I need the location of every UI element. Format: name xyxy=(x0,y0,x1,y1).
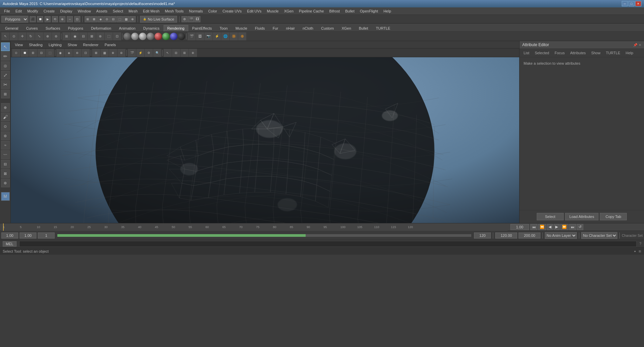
tool-sculpt[interactable]: ◎ xyxy=(1,61,10,70)
tool-lasso[interactable]: ⊙ xyxy=(10,32,18,40)
vp-tool-2[interactable]: 🔲 xyxy=(21,49,29,57)
shelf-tab-ncloth[interactable]: nCloth xyxy=(299,25,317,31)
shelf-tab-deformation[interactable]: Deformation xyxy=(87,25,115,31)
attr-tab-selected[interactable]: Selected xyxy=(533,50,551,56)
snap-icon-1[interactable]: ⊞ xyxy=(85,16,91,22)
current-frame-input[interactable]: 1.00 xyxy=(20,232,36,239)
attr-tab-focus[interactable]: Focus xyxy=(553,50,566,56)
vp-tool-5[interactable]: ⬚ xyxy=(46,49,54,57)
vp-tool-7[interactable]: ◈ xyxy=(65,49,73,57)
tool-crease[interactable]: ⊞ xyxy=(1,90,10,98)
mode-icon-1[interactable]: ⬛ xyxy=(30,16,36,22)
render-icon-2[interactable]: 🎬 xyxy=(188,16,194,22)
play-fwd[interactable]: ▶ xyxy=(554,224,560,230)
tool-icon-7[interactable]: ⊡ xyxy=(113,32,121,40)
vp-menu-view[interactable]: View xyxy=(12,42,26,47)
snap-icon-6[interactable]: ⬚ xyxy=(117,16,123,22)
shelf-tab-custom[interactable]: Custom xyxy=(317,25,338,31)
script-mode-button[interactable]: MEL xyxy=(3,241,17,247)
menu-muscle[interactable]: Muscle xyxy=(264,7,281,14)
tool-manip[interactable]: ⊕ xyxy=(1,103,10,112)
step-back[interactable]: ⏪ xyxy=(538,224,546,230)
menu-modify[interactable]: Modify xyxy=(25,7,41,14)
menu-edit-uvs[interactable]: Edit UVs xyxy=(244,7,264,14)
tool-paint[interactable]: ✏ xyxy=(1,52,10,61)
shelf-tab-turtle[interactable]: TURTLE xyxy=(372,25,394,31)
mode-icon-7[interactable]: ⊡ xyxy=(74,16,80,22)
tool-grid[interactable]: ⊟ xyxy=(1,160,10,168)
vp-tool-14[interactable]: 🎬 xyxy=(128,49,136,57)
tool-cut[interactable]: ✂ xyxy=(1,80,10,89)
ball-phong[interactable] xyxy=(131,33,139,40)
vp-tool-21[interactable]: ⊛ xyxy=(189,49,197,57)
tool-select[interactable]: ↖ xyxy=(1,32,9,40)
mode-icon-5[interactable]: ⊕ xyxy=(59,16,65,22)
menu-mesh-tools[interactable]: Mesh Tools xyxy=(162,7,186,14)
tool-cluster[interactable]: ⊛ xyxy=(1,179,10,187)
vp-tool-17[interactable]: 🔍 xyxy=(153,49,161,57)
shelf-tab-painteffects[interactable]: PaintEffects xyxy=(189,25,216,31)
menu-display[interactable]: Display xyxy=(57,7,75,14)
tool-icon-3[interactable]: ⊟ xyxy=(79,32,87,40)
menu-create-uvs[interactable]: Create UVs xyxy=(220,7,244,14)
tool-icon-2[interactable]: ◉ xyxy=(71,32,79,40)
menu-create[interactable]: Create xyxy=(41,7,57,14)
tool-transform[interactable]: ⊕ xyxy=(44,32,52,40)
tool-move[interactable]: ✛ xyxy=(18,32,26,40)
tool-render-6[interactable]: 🔆 xyxy=(230,32,238,40)
playback-start-input[interactable]: 120.00 xyxy=(495,232,517,239)
select-button[interactable]: Select xyxy=(537,213,564,220)
ball-disp[interactable] xyxy=(170,33,177,40)
tool-artisan[interactable]: ⊙ xyxy=(1,122,10,131)
current-time-input[interactable] xyxy=(510,224,529,230)
vp-tool-13[interactable]: ⊚ xyxy=(117,49,125,57)
playback-end-input[interactable]: 200.00 xyxy=(519,232,540,239)
ball-lambert[interactable] xyxy=(123,33,131,40)
tool-rotate[interactable]: ↻ xyxy=(27,32,35,40)
tool-render-4[interactable]: ⚡ xyxy=(213,32,221,40)
menu-pipeline-cache[interactable]: Pipeline Cache xyxy=(296,7,327,14)
tool-scale[interactable]: ⤡ xyxy=(35,32,43,40)
ball-aniso[interactable] xyxy=(147,33,154,40)
vp-tool-20[interactable]: ⊞ xyxy=(180,49,189,57)
tool-relax[interactable]: ≈ xyxy=(1,141,10,150)
ball-volume[interactable] xyxy=(162,33,170,40)
attr-tab-show[interactable]: Show xyxy=(590,50,602,56)
tool-maya-logo[interactable]: M xyxy=(1,192,10,201)
vp-tool-10[interactable]: ⊠ xyxy=(92,49,100,57)
range-slider[interactable] xyxy=(57,234,471,237)
render-icon-3[interactable]: 🎞 xyxy=(194,16,200,22)
tool-brush[interactable]: 🖌 xyxy=(1,113,10,121)
vp-menu-renderer[interactable]: Renderer xyxy=(80,42,101,47)
vp-tool-15[interactable]: ⚡ xyxy=(136,49,144,57)
play-back[interactable]: ◀ xyxy=(547,224,553,230)
range-start-input[interactable]: 1.00 xyxy=(1,232,18,239)
mode-icon-2[interactable]: 🔲 xyxy=(37,16,43,22)
menu-bifrost[interactable]: Bifrost xyxy=(327,7,342,14)
vp-tool-19[interactable]: ⊟ xyxy=(172,49,180,57)
shelf-tab-animation[interactable]: Animation xyxy=(115,25,139,31)
attr-editor-close[interactable]: ✕ xyxy=(639,43,641,47)
mode-dropdown[interactable]: Polygons xyxy=(1,16,28,23)
shelf-tab-fluids[interactable]: Fluids xyxy=(251,25,269,31)
snap-icon-8[interactable]: ⊕ xyxy=(130,16,136,22)
char-set-select[interactable]: No Character Set xyxy=(581,232,617,239)
range-end-input[interactable]: 120 xyxy=(474,232,491,239)
title-bar-controls[interactable]: ─ □ ✕ xyxy=(622,1,641,6)
maximize-button[interactable]: □ xyxy=(628,1,635,6)
snap-icon-3[interactable]: ◈ xyxy=(97,16,104,22)
shelf-tab-toon[interactable]: Toon xyxy=(216,25,231,31)
tool-icon-4[interactable]: ⊠ xyxy=(88,32,96,40)
shelf-tab-muscle[interactable]: Muscle xyxy=(232,25,251,31)
vp-tool-12[interactable]: ⊕ xyxy=(109,49,117,57)
shelf-tab-fur[interactable]: Fur xyxy=(269,25,282,31)
shelf-tab-rendering[interactable]: Rendering xyxy=(164,25,188,31)
menu-normals[interactable]: Normals xyxy=(186,7,205,14)
vp-tool-3[interactable]: ⊞ xyxy=(29,49,37,57)
tool-icon-6[interactable]: ⬚ xyxy=(105,32,113,40)
ball-blinn[interactable] xyxy=(139,33,146,40)
vp-tool-6[interactable]: ◉ xyxy=(56,49,64,57)
vp-menu-shading[interactable]: Shading xyxy=(26,42,45,47)
menu-bullet[interactable]: Bullet xyxy=(342,7,357,14)
tool-soft[interactable]: ⊚ xyxy=(52,32,60,40)
